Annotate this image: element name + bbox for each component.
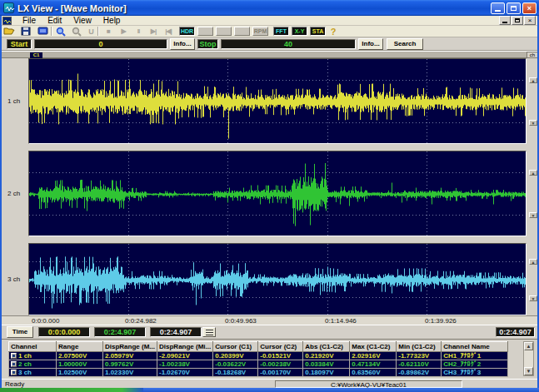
stop-value-field[interactable]: 40 bbox=[221, 39, 356, 49]
window-title: LX View - [Wave Monitor] bbox=[17, 3, 127, 13]
pause-icon[interactable]: II bbox=[132, 26, 145, 37]
search-button[interactable]: Search bbox=[387, 38, 423, 50]
header-abs[interactable]: Abs (C1-C2) bbox=[303, 342, 350, 352]
channel-2-plot[interactable] bbox=[28, 151, 527, 236]
disprange-max-cell: 0.99762V bbox=[103, 360, 157, 369]
header-cursor-c1[interactable]: Cursor (C1) bbox=[213, 342, 258, 352]
start-info-button[interactable]: Info... bbox=[170, 38, 195, 50]
jump-start-icon[interactable]: |◀| bbox=[162, 26, 175, 37]
document-wave-icon[interactable] bbox=[2, 17, 12, 25]
channel-cell[interactable]: 3 ch bbox=[9, 369, 57, 377]
channel-3-plot[interactable] bbox=[28, 243, 527, 315]
cursor2-time-field: 0:2:4.907 bbox=[94, 327, 146, 337]
scroll-down-icon[interactable]: ▼ bbox=[524, 367, 533, 375]
abs-cell: 0.03384V bbox=[303, 360, 350, 369]
undo-zoom-icon[interactable]: U bbox=[84, 26, 97, 37]
time-tick-1: 0:0:24.982 bbox=[125, 317, 157, 325]
time-format-button[interactable] bbox=[202, 327, 216, 337]
stop-label: Stop bbox=[197, 39, 218, 49]
table-row[interactable]: 1 ch 2.07500V 2.05979V -2.09021V 0.20399… bbox=[9, 352, 508, 360]
table-row[interactable]: 2 ch 1.00000V 0.99762V -1.00238V -0.0362… bbox=[9, 360, 508, 369]
header-disprange-min[interactable]: DispRange (Mi... bbox=[157, 342, 213, 352]
channel-corner-label: ch bbox=[527, 52, 538, 58]
channel-cell[interactable]: 2 ch bbox=[9, 360, 57, 369]
header-cursor-c2[interactable]: Cursor (C2) bbox=[258, 342, 303, 352]
mdi-restore-button[interactable] bbox=[512, 16, 523, 25]
start-label: Start bbox=[7, 39, 32, 49]
window-border-left bbox=[0, 16, 2, 388]
cursor-c2-cell: -0.00238V bbox=[258, 360, 303, 369]
cursor-c1-flag[interactable]: C1 bbox=[30, 52, 42, 58]
start-value-field[interactable]: 0 bbox=[34, 39, 167, 49]
channel-3-label: 3 ch bbox=[7, 275, 20, 283]
rpm-toggle-button: RPM bbox=[252, 27, 268, 36]
cursor-c1-cell: 0.20399V bbox=[213, 352, 258, 360]
time-button[interactable]: Time bbox=[7, 326, 33, 338]
disprange-max-cell: 1.02330V bbox=[103, 369, 157, 377]
header-channel-name[interactable]: Channel Name bbox=[442, 342, 508, 352]
status-bar: Ready C:¥Work¥AQ-VU¥Teac01 bbox=[0, 379, 539, 388]
ch2-scale-down-spinner[interactable]: ▼ bbox=[529, 212, 537, 218]
stop-playback-icon[interactable]: ■ bbox=[102, 26, 115, 37]
ch3-scale-up-spinner[interactable]: ▲ bbox=[529, 259, 537, 265]
ch3-scale-down-spinner[interactable]: ▼ bbox=[529, 295, 537, 301]
header-range[interactable]: Range bbox=[57, 342, 103, 352]
channel-cell[interactable]: 1 ch bbox=[9, 352, 57, 360]
ch1-scale-down-spinner[interactable]: ▼ bbox=[529, 120, 537, 126]
channel-row-icon[interactable] bbox=[11, 361, 17, 367]
ch2-scale-up-spinner[interactable]: ▲ bbox=[529, 170, 537, 176]
span-time-field: 0:2:4.907 bbox=[150, 327, 202, 337]
header-channel[interactable]: Channel bbox=[9, 342, 57, 352]
zoom-out-icon[interactable] bbox=[70, 26, 83, 37]
save-icon[interactable] bbox=[19, 26, 32, 37]
time-bar: Time 0:0:0.000 0:2:4.907 0:2:4.907 0:2:4… bbox=[0, 325, 539, 339]
zoom-in-icon[interactable] bbox=[54, 26, 67, 37]
hdr-toggle-button[interactable]: HDR bbox=[179, 27, 195, 36]
toolbar: U ■ ▶ II ▶| |◀| HDR RPM FFT X-Y STA ? bbox=[0, 26, 539, 37]
mdi-close-button[interactable]: × bbox=[524, 16, 536, 25]
ch1-scale-up-spinner[interactable]: ▲ bbox=[529, 77, 537, 83]
total-time-field: 0:2:4.907 bbox=[496, 327, 535, 337]
header-disprange-max[interactable]: DispRange (M... bbox=[103, 342, 157, 352]
max-cell: 0.47134V bbox=[350, 360, 397, 369]
channel-row-icon[interactable] bbox=[11, 353, 17, 359]
play-icon[interactable]: ▶ bbox=[117, 26, 130, 37]
cursor-strip[interactable]: C1 ch bbox=[0, 51, 539, 58]
table-scrollbar[interactable]: ▲ ▼ bbox=[523, 341, 534, 376]
menu-edit[interactable]: Edit bbox=[42, 16, 67, 26]
min-cell: -0.89862V bbox=[397, 369, 442, 377]
cursor-c2-cell: -0.00170V bbox=[258, 369, 303, 377]
channel-1-plot[interactable] bbox=[28, 58, 527, 144]
step-forward-icon[interactable]: ▶| bbox=[147, 26, 160, 37]
xy-toggle-button[interactable]: X-Y bbox=[292, 27, 307, 36]
table-row[interactable]: 3 ch 1.02500V 1.02330V -1.02670V -0.1826… bbox=[9, 369, 508, 377]
open-file-icon[interactable] bbox=[2, 26, 16, 37]
mdi-minimize-button[interactable] bbox=[499, 16, 511, 25]
blank-toggle-button-2 bbox=[216, 27, 232, 36]
help-icon[interactable]: ? bbox=[327, 26, 340, 37]
min-cell: -0.62110V bbox=[397, 360, 442, 369]
fft-toggle-button[interactable]: FFT bbox=[273, 27, 289, 36]
monitor-icon[interactable] bbox=[36, 26, 49, 37]
menu-help[interactable]: Help bbox=[97, 16, 127, 26]
restore-button[interactable] bbox=[507, 2, 521, 14]
stop-info-button[interactable]: Info... bbox=[358, 38, 383, 50]
channel-name-cell: CH2_ｱﾅﾛｸﾞ2 bbox=[442, 360, 508, 369]
channel-row-icon[interactable] bbox=[11, 370, 17, 375]
sta-toggle-button[interactable]: STA bbox=[310, 27, 326, 36]
app-icon bbox=[3, 2, 14, 13]
table-header-row: Channel Range DispRange (M... DispRange … bbox=[9, 342, 508, 352]
cursor-c1-cell: -0.18268V bbox=[213, 369, 258, 377]
close-button[interactable]: × bbox=[522, 2, 537, 14]
header-min[interactable]: Min (C1-C2) bbox=[397, 342, 442, 352]
menu-file[interactable]: File bbox=[17, 16, 42, 26]
cursor-c2-cell: -0.01521V bbox=[258, 352, 303, 360]
taskbar[interactable] bbox=[0, 388, 539, 392]
menu-bar: File Edit View Help × bbox=[0, 16, 539, 26]
menu-view[interactable]: View bbox=[67, 16, 97, 26]
taskbar-start-button[interactable] bbox=[0, 388, 143, 392]
header-max[interactable]: Max (C1-C2) bbox=[350, 342, 397, 352]
abs-cell: 0.21920V bbox=[303, 352, 350, 360]
minimize-button[interactable] bbox=[491, 2, 505, 14]
scroll-up-icon[interactable]: ▲ bbox=[524, 342, 533, 350]
